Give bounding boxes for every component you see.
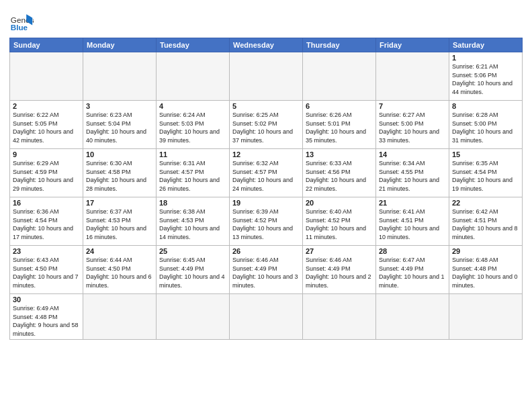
weekday-header-friday: Friday <box>376 38 449 52</box>
day-sun-info: Sunrise: 6:37 AMSunset: 4:53 PMDaylight:… <box>86 208 153 241</box>
calendar-day-cell: 11Sunrise: 6:31 AMSunset: 4:57 PMDayligh… <box>157 149 230 197</box>
calendar-week-row: 1Sunrise: 6:21 AMSunset: 5:06 PMDaylight… <box>10 52 523 101</box>
day-sun-info: Sunrise: 6:42 AMSunset: 4:51 PMDaylight:… <box>452 208 519 241</box>
weekday-header-tuesday: Tuesday <box>157 38 230 52</box>
day-number: 12 <box>232 150 300 158</box>
day-sun-info: Sunrise: 6:33 AMSunset: 4:56 PMDaylight:… <box>306 159 373 193</box>
day-sun-info: Sunrise: 6:21 AMSunset: 5:06 PMDaylight:… <box>452 62 519 96</box>
calendar-day-cell: 21Sunrise: 6:41 AMSunset: 4:51 PMDayligh… <box>376 197 449 246</box>
day-sun-info: Sunrise: 6:41 AMSunset: 4:51 PMDaylight:… <box>379 208 446 241</box>
day-sun-info: Sunrise: 6:46 AMSunset: 4:49 PMDaylight:… <box>232 256 300 289</box>
calendar-day-cell <box>230 52 303 101</box>
calendar-day-cell <box>449 294 523 340</box>
day-number: 4 <box>159 102 226 110</box>
day-number: 17 <box>86 199 153 207</box>
day-sun-info: Sunrise: 6:44 AMSunset: 4:50 PMDaylight:… <box>86 256 153 289</box>
day-sun-info: Sunrise: 6:31 AMSunset: 4:57 PMDaylight:… <box>159 159 226 193</box>
calendar-day-cell <box>376 294 449 340</box>
day-number: 29 <box>452 247 519 255</box>
day-number: 13 <box>306 150 373 158</box>
day-number: 30 <box>13 295 80 304</box>
day-sun-info: Sunrise: 6:23 AMSunset: 5:04 PMDaylight:… <box>86 111 153 144</box>
svg-text:Blue: Blue <box>11 23 28 32</box>
calendar-day-cell <box>83 294 157 340</box>
day-sun-info: Sunrise: 6:29 AMSunset: 4:59 PMDaylight:… <box>13 159 80 193</box>
day-number: 14 <box>379 150 446 158</box>
day-number: 8 <box>452 102 519 110</box>
day-number: 28 <box>379 247 446 255</box>
page-header: General Blue <box>9 7 523 34</box>
day-sun-info: Sunrise: 6:36 AMSunset: 4:54 PMDaylight:… <box>13 208 80 241</box>
calendar-day-cell: 28Sunrise: 6:47 AMSunset: 4:49 PMDayligh… <box>376 246 449 294</box>
calendar-day-cell: 14Sunrise: 6:34 AMSunset: 4:55 PMDayligh… <box>376 149 449 197</box>
calendar-day-cell: 20Sunrise: 6:40 AMSunset: 4:52 PMDayligh… <box>303 197 376 246</box>
day-number: 27 <box>306 247 373 255</box>
day-number: 23 <box>13 247 80 255</box>
calendar-day-cell: 8Sunrise: 6:28 AMSunset: 5:00 PMDaylight… <box>449 101 523 149</box>
weekday-header-wednesday: Wednesday <box>230 38 303 52</box>
day-number: 9 <box>13 150 80 158</box>
calendar-week-row: 30Sunrise: 6:49 AMSunset: 4:48 PMDayligh… <box>10 294 523 340</box>
day-sun-info: Sunrise: 6:47 AMSunset: 4:49 PMDaylight:… <box>379 256 446 289</box>
calendar-day-cell: 27Sunrise: 6:46 AMSunset: 4:49 PMDayligh… <box>303 246 376 294</box>
day-number: 5 <box>232 102 300 110</box>
calendar-day-cell: 12Sunrise: 6:32 AMSunset: 4:57 PMDayligh… <box>230 149 303 197</box>
day-number: 1 <box>452 54 519 62</box>
calendar-day-cell: 1Sunrise: 6:21 AMSunset: 5:06 PMDaylight… <box>449 52 523 101</box>
calendar-day-cell <box>10 52 83 101</box>
day-number: 19 <box>232 199 300 207</box>
day-sun-info: Sunrise: 6:39 AMSunset: 4:52 PMDaylight:… <box>232 208 300 241</box>
day-number: 10 <box>86 150 153 158</box>
weekday-header-saturday: Saturday <box>449 38 523 52</box>
calendar-day-cell: 7Sunrise: 6:27 AMSunset: 5:00 PMDaylight… <box>376 101 449 149</box>
calendar-day-cell: 22Sunrise: 6:42 AMSunset: 4:51 PMDayligh… <box>449 197 523 246</box>
calendar-week-row: 16Sunrise: 6:36 AMSunset: 4:54 PMDayligh… <box>10 197 523 246</box>
calendar-day-cell: 25Sunrise: 6:45 AMSunset: 4:49 PMDayligh… <box>157 246 230 294</box>
day-sun-info: Sunrise: 6:35 AMSunset: 4:54 PMDaylight:… <box>452 159 519 193</box>
day-number: 18 <box>159 199 226 207</box>
day-sun-info: Sunrise: 6:26 AMSunset: 5:01 PMDaylight:… <box>306 111 373 144</box>
day-number: 24 <box>86 247 153 255</box>
calendar-day-cell: 29Sunrise: 6:48 AMSunset: 4:48 PMDayligh… <box>449 246 523 294</box>
weekday-header-thursday: Thursday <box>303 38 376 52</box>
day-sun-info: Sunrise: 6:28 AMSunset: 5:00 PMDaylight:… <box>452 111 519 144</box>
calendar-week-row: 9Sunrise: 6:29 AMSunset: 4:59 PMDaylight… <box>10 149 523 197</box>
calendar-day-cell: 18Sunrise: 6:38 AMSunset: 4:53 PMDayligh… <box>157 197 230 246</box>
calendar-day-cell: 9Sunrise: 6:29 AMSunset: 4:59 PMDaylight… <box>10 149 83 197</box>
day-number: 22 <box>452 199 519 207</box>
calendar-day-cell <box>83 52 157 101</box>
calendar-day-cell: 3Sunrise: 6:23 AMSunset: 5:04 PMDaylight… <box>83 101 157 149</box>
day-sun-info: Sunrise: 6:22 AMSunset: 5:05 PMDaylight:… <box>13 111 80 144</box>
day-sun-info: Sunrise: 6:40 AMSunset: 4:52 PMDaylight:… <box>306 208 373 241</box>
calendar-day-cell: 30Sunrise: 6:49 AMSunset: 4:48 PMDayligh… <box>10 294 83 340</box>
calendar-table: SundayMondayTuesdayWednesdayThursdayFrid… <box>9 38 523 340</box>
day-number: 21 <box>379 199 446 207</box>
logo-icon: General Blue <box>9 9 34 34</box>
calendar-day-cell: 13Sunrise: 6:33 AMSunset: 4:56 PMDayligh… <box>303 149 376 197</box>
day-number: 2 <box>13 102 80 110</box>
day-sun-info: Sunrise: 6:32 AMSunset: 4:57 PMDaylight:… <box>232 159 300 193</box>
calendar-day-cell <box>157 294 230 340</box>
day-number: 16 <box>13 199 80 207</box>
calendar-week-row: 2Sunrise: 6:22 AMSunset: 5:05 PMDaylight… <box>10 101 523 149</box>
day-sun-info: Sunrise: 6:25 AMSunset: 5:02 PMDaylight:… <box>232 111 300 144</box>
calendar-day-cell: 24Sunrise: 6:44 AMSunset: 4:50 PMDayligh… <box>83 246 157 294</box>
calendar-week-row: 23Sunrise: 6:43 AMSunset: 4:50 PMDayligh… <box>10 246 523 294</box>
calendar-day-cell: 2Sunrise: 6:22 AMSunset: 5:05 PMDaylight… <box>10 101 83 149</box>
weekday-header-sunday: Sunday <box>10 38 83 52</box>
calendar-day-cell: 5Sunrise: 6:25 AMSunset: 5:02 PMDaylight… <box>230 101 303 149</box>
calendar-day-cell: 6Sunrise: 6:26 AMSunset: 5:01 PMDaylight… <box>303 101 376 149</box>
calendar-day-cell: 17Sunrise: 6:37 AMSunset: 4:53 PMDayligh… <box>83 197 157 246</box>
calendar-day-cell: 19Sunrise: 6:39 AMSunset: 4:52 PMDayligh… <box>230 197 303 246</box>
calendar-day-cell: 4Sunrise: 6:24 AMSunset: 5:03 PMDaylight… <box>157 101 230 149</box>
day-sun-info: Sunrise: 6:43 AMSunset: 4:50 PMDaylight:… <box>13 256 80 289</box>
calendar-day-cell <box>157 52 230 101</box>
calendar-day-cell <box>230 294 303 340</box>
day-number: 3 <box>86 102 153 110</box>
day-sun-info: Sunrise: 6:24 AMSunset: 5:03 PMDaylight:… <box>159 111 226 144</box>
day-sun-info: Sunrise: 6:34 AMSunset: 4:55 PMDaylight:… <box>379 159 446 193</box>
day-number: 11 <box>159 150 226 158</box>
calendar-day-cell <box>303 294 376 340</box>
day-number: 7 <box>379 102 446 110</box>
weekday-header-row: SundayMondayTuesdayWednesdayThursdayFrid… <box>10 38 523 52</box>
